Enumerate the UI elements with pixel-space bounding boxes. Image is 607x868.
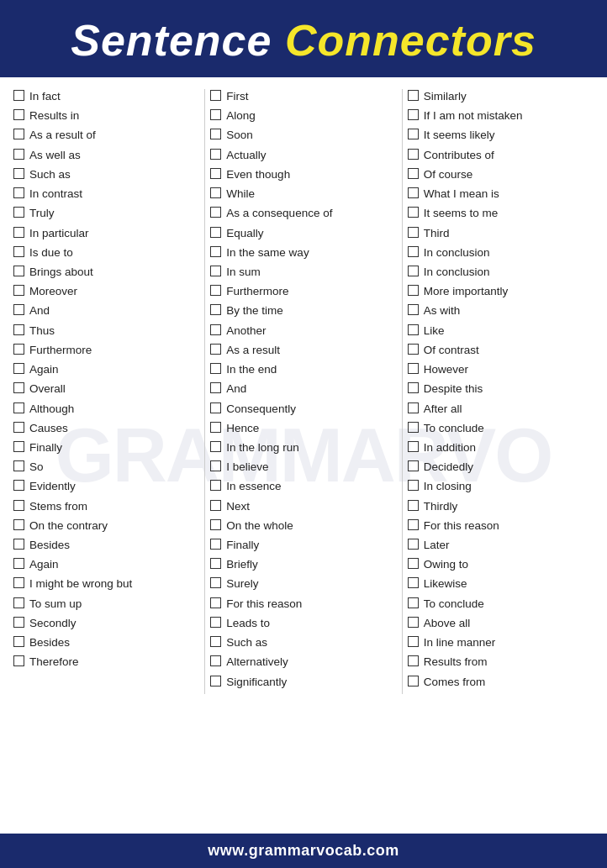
checkbox-icon[interactable] [13, 500, 24, 511]
checkbox-icon[interactable] [210, 577, 221, 588]
checkbox-icon[interactable] [408, 500, 419, 511]
checkbox-icon[interactable] [210, 129, 221, 139]
checkbox-icon[interactable] [408, 402, 419, 413]
checkbox-icon[interactable] [210, 187, 221, 198]
list-item[interactable]: Results from [408, 655, 594, 670]
checkbox-icon[interactable] [210, 168, 221, 179]
list-item[interactable]: Leads to [210, 616, 396, 631]
list-item[interactable]: To conclude [408, 597, 594, 612]
list-item[interactable]: Despite this [408, 381, 594, 397]
list-item[interactable]: In the same way [210, 245, 396, 260]
list-item[interactable]: As well as [13, 148, 199, 163]
checkbox-icon[interactable] [210, 324, 221, 335]
checkbox-icon[interactable] [408, 227, 419, 238]
checkbox-icon[interactable] [408, 207, 419, 218]
checkbox-icon[interactable] [210, 617, 221, 628]
checkbox-icon[interactable] [210, 519, 221, 530]
checkbox-icon[interactable] [13, 558, 24, 569]
checkbox-icon[interactable] [13, 539, 24, 550]
checkbox-icon[interactable] [408, 617, 419, 628]
list-item[interactable]: In essence [210, 479, 396, 494]
list-item[interactable]: Similarly [408, 89, 594, 104]
list-item[interactable]: As a result [210, 343, 396, 358]
checkbox-icon[interactable] [408, 90, 419, 101]
list-item[interactable]: Such as [13, 167, 199, 182]
list-item[interactable]: Alternatively [210, 655, 396, 670]
list-item[interactable]: For this reason [210, 597, 396, 612]
checkbox-icon[interactable] [210, 539, 221, 550]
list-item[interactable]: In closing [408, 479, 594, 494]
list-item[interactable]: Again [13, 362, 199, 377]
checkbox-icon[interactable] [408, 324, 419, 335]
list-item[interactable]: Besides [13, 635, 199, 650]
list-item[interactable]: Even though [210, 167, 396, 182]
checkbox-icon[interactable] [408, 344, 419, 355]
list-item[interactable]: In the long run [210, 440, 396, 455]
list-item[interactable]: As with [408, 303, 594, 318]
checkbox-icon[interactable] [210, 285, 221, 296]
list-item[interactable]: It seems to me [408, 206, 594, 221]
list-item[interactable]: More importantly [408, 284, 594, 299]
checkbox-icon[interactable] [13, 266, 24, 276]
checkbox-icon[interactable] [408, 519, 419, 530]
list-item[interactable]: Overall [13, 381, 199, 397]
checkbox-icon[interactable] [408, 382, 419, 393]
checkbox-icon[interactable] [13, 129, 24, 139]
list-item[interactable]: Contributes of [408, 148, 594, 163]
list-item[interactable]: Of contrast [408, 343, 594, 358]
list-item[interactable]: So [13, 460, 199, 475]
list-item[interactable]: Soon [210, 128, 396, 143]
checkbox-icon[interactable] [408, 655, 419, 666]
checkbox-icon[interactable] [408, 422, 419, 433]
checkbox-icon[interactable] [408, 558, 419, 569]
checkbox-icon[interactable] [408, 480, 419, 491]
checkbox-icon[interactable] [408, 285, 419, 296]
checkbox-icon[interactable] [210, 149, 221, 160]
list-item[interactable]: After all [408, 402, 594, 417]
checkbox-icon[interactable] [13, 363, 24, 374]
list-item[interactable]: Finally [210, 538, 396, 553]
list-item[interactable]: Equally [210, 226, 396, 241]
checkbox-icon[interactable] [408, 109, 419, 120]
checkbox-icon[interactable] [210, 480, 221, 491]
list-item[interactable]: And [210, 381, 396, 397]
checkbox-icon[interactable] [408, 577, 419, 588]
checkbox-icon[interactable] [13, 597, 24, 608]
list-item[interactable]: Consequently [210, 402, 396, 417]
checkbox-icon[interactable] [13, 422, 24, 433]
list-item[interactable]: To conclude [408, 421, 594, 436]
checkbox-icon[interactable] [210, 344, 221, 355]
list-item[interactable]: Another [210, 324, 396, 339]
checkbox-icon[interactable] [210, 676, 221, 687]
checkbox-icon[interactable] [408, 363, 419, 374]
list-item[interactable]: Thirdly [408, 499, 594, 514]
checkbox-icon[interactable] [210, 460, 221, 471]
list-item[interactable]: Thus [13, 324, 199, 339]
list-item[interactable]: Evidently [13, 479, 199, 494]
list-item[interactable]: Is due to [13, 245, 199, 260]
checkbox-icon[interactable] [210, 90, 221, 101]
list-item[interactable]: On the contrary [13, 518, 199, 534]
checkbox-icon[interactable] [408, 597, 419, 608]
checkbox-icon[interactable] [13, 149, 24, 160]
checkbox-icon[interactable] [408, 187, 419, 198]
list-item[interactable]: Above all [408, 616, 594, 631]
list-item[interactable]: Results in [13, 108, 199, 124]
list-item[interactable]: As a consequence of [210, 206, 396, 221]
list-item[interactable]: Hence [210, 421, 396, 436]
list-item[interactable]: In fact [13, 89, 199, 104]
list-item[interactable]: By the time [210, 303, 396, 318]
list-item[interactable]: To sum up [13, 597, 199, 612]
checkbox-icon[interactable] [13, 636, 24, 647]
list-item[interactable]: Briefly [210, 557, 396, 572]
list-item[interactable]: In addition [408, 440, 594, 455]
checkbox-icon[interactable] [13, 109, 24, 120]
list-item[interactable]: I might be wrong but [13, 576, 199, 592]
checkbox-icon[interactable] [13, 246, 24, 257]
checkbox-icon[interactable] [13, 187, 24, 198]
checkbox-icon[interactable] [13, 344, 24, 355]
checkbox-icon[interactable] [210, 500, 221, 511]
checkbox-icon[interactable] [408, 676, 419, 687]
checkbox-icon[interactable] [13, 655, 24, 666]
checkbox-icon[interactable] [13, 402, 24, 413]
